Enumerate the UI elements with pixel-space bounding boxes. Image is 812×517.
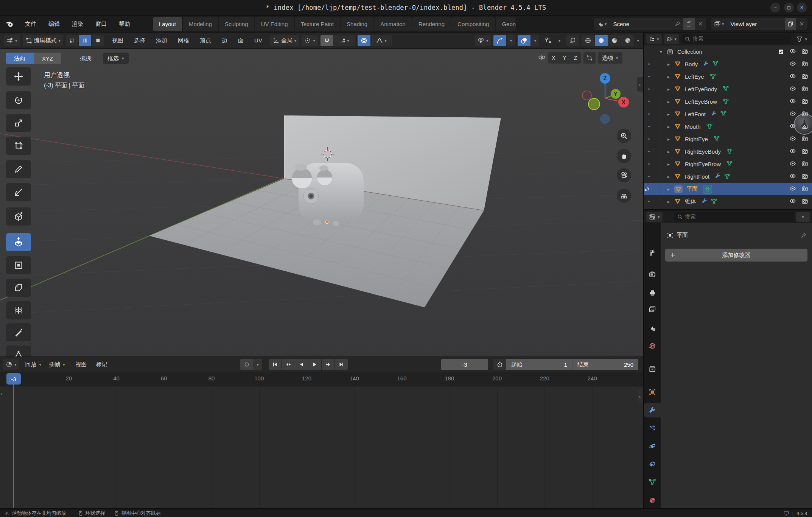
expand-icon[interactable]: ▸ [664,112,673,117]
jump-to-start-button[interactable] [269,359,282,370]
expand-icon[interactable]: ▸ [664,124,673,129]
outliner-row[interactable]: • ▸ LeftFoot [644,108,812,120]
object-name[interactable]: 锥体 [685,198,696,205]
outliner-row[interactable]: • ▸ RightEyeBody [644,145,812,158]
properties-search-input[interactable]: 搜索 [674,212,794,222]
options-dropdown[interactable]: 选项▾ [598,52,622,64]
timeline-dropdown[interactable]: 插帧▾ [45,360,69,370]
workspace-tab[interactable]: Sculpting [219,17,254,31]
maximize-button[interactable]: ◻ [784,3,794,12]
use-preview-range-button[interactable] [493,359,506,370]
outliner-filter-button[interactable]: ▾ [793,34,810,44]
hide-eye-icon[interactable] [789,110,796,118]
object-name[interactable]: LeftEye [685,73,704,80]
properties-tab-output[interactable] [644,286,661,300]
expand-icon[interactable]: ▸ [664,62,673,67]
mode-dropdown[interactable]: 编辑模式▾ [23,35,64,46]
hide-eye-icon[interactable] [789,48,796,56]
properties-options-dropdown[interactable]: ▾ [796,212,810,222]
menu-item[interactable]: 文件 [20,19,42,30]
tool-loop-cut[interactable] [6,301,31,319]
object-name[interactable]: LeftEyeBrow [685,98,717,105]
tool-poly-build[interactable] [6,346,31,357]
collection-checkbox[interactable] [778,49,784,55]
workspace-tab[interactable]: UV Editing [255,17,294,31]
pin-scene-button[interactable] [672,18,683,30]
camera-view-button[interactable] [617,168,631,182]
menu-item[interactable]: 帮助 [114,19,135,30]
pin-icon[interactable] [801,232,807,238]
transform-orientation-dropdown[interactable]: 全局▾ [270,35,299,46]
select-mode-face[interactable] [92,35,104,46]
outliner-row[interactable]: • ▸ RightEyeBrow [644,158,812,170]
viewport-menu-item[interactable]: 选择 [129,36,150,46]
disable-render-camera-icon[interactable] [801,48,808,56]
outliner-row[interactable]: • ▸ LeftEyeBrow [644,95,812,108]
outliner-row[interactable]: • ▸ RightFoot [644,170,812,183]
tool-knife[interactable] [6,323,31,341]
select-mode-edge[interactable] [79,35,91,46]
shading-dropdown[interactable]: ▾ [637,39,639,43]
properties-tab-constraints[interactable] [644,457,661,471]
tool-annotate[interactable] [6,160,31,178]
workspace-tab[interactable]: Modeling [183,17,218,31]
disable-render-camera-icon[interactable] [801,160,808,168]
timeline-editor-type-button[interactable]: ▾ [3,359,19,370]
sidebar-collapse-arrow[interactable]: ‹ [637,77,643,92]
drag-mode-dropdown[interactable]: 框选▾ [103,53,129,64]
hide-eye-icon[interactable] [789,73,796,81]
disable-render-camera-icon[interactable] [801,85,808,93]
start-frame-field[interactable]: 起始1 [506,361,572,368]
properties-editor-type-button[interactable]: ▾ [646,212,663,222]
disable-render-camera-icon[interactable] [801,198,808,206]
tool-measure[interactable] [6,183,31,201]
normal-axis-option[interactable]: 法向 [6,53,34,64]
hide-eye-icon[interactable] [789,185,796,193]
timeline-menu-item[interactable]: 视图 [71,360,92,370]
mirror-axis-button[interactable]: X [548,52,559,64]
timeline-menu-item[interactable]: 标记 [92,360,112,370]
properties-tab-render[interactable] [644,267,661,282]
outliner-row[interactable]: • ▾ Collection [644,45,812,58]
disable-render-camera-icon[interactable] [801,73,808,81]
workspace-tab[interactable]: Rendering [412,17,451,31]
viewport-menu-item[interactable]: 边 [217,36,232,46]
current-frame-field[interactable]: -3 [441,359,488,370]
viewport-menu-item[interactable]: 面 [233,36,249,46]
tool-move[interactable] [6,67,31,86]
timeline-ruler[interactable]: 20406080100120140160180200220240 -3 [0,372,643,386]
scene-browse-button[interactable]: ▾ [594,18,610,30]
properties-tab-object[interactable] [644,385,661,399]
properties-tab-collection[interactable] [644,362,661,376]
hide-eye-icon[interactable] [789,98,796,106]
expand-icon[interactable]: ▸ [664,174,673,179]
editor-type-button[interactable]: ▾ [4,35,20,46]
properties-tab-particles[interactable] [644,421,661,436]
show-gizmos-toggle[interactable] [493,35,506,46]
mirror-axis-button[interactable]: Z [570,52,581,64]
disable-render-camera-icon[interactable] [801,148,808,156]
hide-eye-icon[interactable] [789,148,796,156]
pan-button[interactable] [617,149,631,163]
jump-to-end-button[interactable] [335,359,348,370]
properties-tab-material[interactable] [644,493,661,508]
hide-eye-icon[interactable] [789,135,796,143]
select-mode-vertex[interactable] [66,35,78,46]
gizmo-neg-x[interactable] [582,91,591,100]
prev-keyframe-button[interactable] [282,359,295,370]
expand-icon[interactable]: ▸ [664,149,673,154]
expand-icon[interactable]: ▸ [664,199,673,204]
breadcrumb-object-name[interactable]: 平面 [677,232,688,239]
expand-icon[interactable]: ▸ [664,87,673,92]
menu-item[interactable]: 渲染 [67,19,89,30]
shading-material[interactable] [608,35,621,46]
gizmo-neg-y[interactable] [588,98,600,110]
workspace-tab[interactable]: Compositing [451,17,495,31]
disable-render-camera-icon[interactable] [801,98,808,106]
proportional-edit-toggle[interactable] [358,35,370,46]
object-name[interactable]: 平面 [686,185,698,193]
outliner-search-input[interactable]: 搜索 [681,34,791,44]
viewlayer-browse-button[interactable]: ▾ [711,18,727,30]
timeline-tracks[interactable]: › ‹ [0,386,643,508]
play-reverse-button[interactable] [295,359,308,370]
